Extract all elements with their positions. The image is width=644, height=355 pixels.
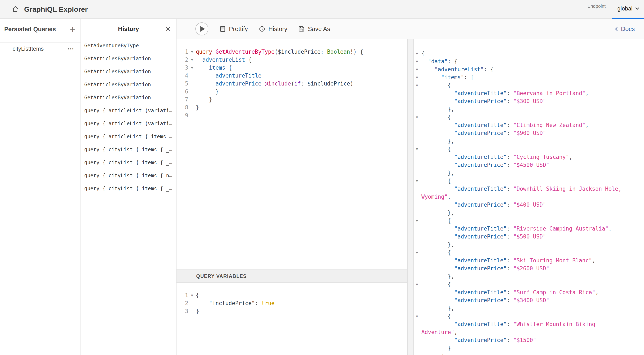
persisted-query-item[interactable]: cityListItems••• bbox=[0, 42, 80, 55]
response-line: "adventureTitle": "Beervana in Portland"… bbox=[416, 89, 632, 97]
history-item[interactable]: query { articleList (variati… bbox=[81, 104, 176, 117]
response-line: "adventurePrice": "$400 USD" bbox=[416, 201, 632, 209]
fold-arrow-icon[interactable]: ▾ bbox=[416, 73, 421, 81]
response-code: { bbox=[421, 248, 632, 256]
variables-editor[interactable]: 1▾{2 "includePrice": true3} bbox=[176, 283, 407, 355]
code-line[interactable]: adventureList { bbox=[196, 56, 252, 64]
fold-arrow-icon[interactable]: ▾ bbox=[416, 217, 421, 225]
response-code: }, bbox=[421, 240, 632, 248]
variables-line: 1▾{ bbox=[176, 291, 407, 299]
response-code: }, bbox=[421, 105, 632, 113]
history-item[interactable]: query { cityList { items { _… bbox=[81, 182, 176, 195]
fold-arrow-icon[interactable]: ▾ bbox=[188, 64, 196, 72]
code-line[interactable]: } bbox=[196, 104, 199, 112]
response-code: "adventureTitle": "Downhill Skiing in Ja… bbox=[421, 185, 632, 201]
response-code: "adventurePrice": "$900 USD" bbox=[421, 129, 632, 137]
persisted-queries-list: cityListItems••• bbox=[0, 40, 80, 55]
response-line: "adventureTitle": "Climbing New Zealand"… bbox=[416, 121, 632, 129]
execute-query-button[interactable] bbox=[196, 22, 208, 36]
save-icon bbox=[298, 26, 305, 32]
docs-button[interactable]: Docs bbox=[616, 26, 635, 32]
response-line: "adventureTitle": "Riverside Camping Aus… bbox=[416, 225, 632, 232]
save-as-label: Save As bbox=[308, 26, 330, 32]
history-item[interactable]: query { articleList (variati… bbox=[81, 117, 176, 130]
line-number: 1 bbox=[176, 291, 188, 299]
response-line: ▾{ bbox=[416, 50, 632, 58]
line-gutter: 2 bbox=[176, 299, 196, 307]
code-line[interactable] bbox=[196, 112, 199, 120]
fold-arrow-icon[interactable]: ▾ bbox=[188, 291, 196, 299]
history-button[interactable]: History bbox=[259, 26, 287, 32]
fold-arrow-icon[interactable]: ▾ bbox=[188, 48, 196, 56]
endpoint-label: Endpoint bbox=[588, 4, 606, 9]
more-options-icon[interactable]: ••• bbox=[68, 46, 74, 51]
code-line[interactable]: adventureTitle bbox=[196, 72, 262, 80]
response-code: "adventureList": { bbox=[421, 66, 632, 73]
history-item[interactable]: GetArticlesByVariation bbox=[81, 91, 176, 104]
history-item[interactable]: GetArticlesByVariation bbox=[81, 52, 176, 66]
prettify-icon bbox=[219, 26, 226, 32]
endpoint-select[interactable]: global bbox=[612, 0, 644, 19]
fold-arrow-icon[interactable]: ▾ bbox=[416, 50, 421, 58]
line-number: 9 bbox=[176, 112, 188, 120]
save-as-button[interactable]: Save As bbox=[298, 26, 330, 32]
fold-spacer bbox=[188, 307, 196, 315]
fold-arrow-icon[interactable]: ▾ bbox=[416, 145, 421, 153]
response-line: ▾ "items": [ bbox=[416, 73, 632, 81]
response-line: ▾ { bbox=[416, 312, 632, 320]
response-line: }, bbox=[416, 137, 632, 145]
fold-arrow-icon[interactable]: ▾ bbox=[416, 66, 421, 73]
query-line: 6 } bbox=[176, 88, 407, 96]
response-code: { bbox=[421, 217, 632, 225]
response-line: "adventurePrice": "$2600 USD" bbox=[416, 264, 632, 272]
query-editor[interactable]: 1▾query GetAdventureByType($includePrice… bbox=[176, 40, 407, 270]
add-persisted-query-button[interactable]: + bbox=[70, 24, 76, 34]
graphiql-explorer-app: GraphiQL Explorer Endpoint global Persis… bbox=[0, 0, 644, 355]
response-line: "adventurePrice": "$300 USD" bbox=[416, 97, 632, 105]
code-line[interactable]: adventurePrice @include(if: $includePric… bbox=[196, 80, 353, 88]
history-item[interactable]: GetAdventureByType bbox=[81, 40, 176, 52]
prettify-button[interactable]: Prettify bbox=[219, 26, 248, 32]
history-item[interactable]: query { cityList { items { n… bbox=[81, 169, 176, 182]
response-panel[interactable]: ▾{▾ "data": {▾ "adventureList": {▾ "item… bbox=[414, 40, 644, 355]
response-code: { bbox=[421, 280, 632, 288]
response-code: "adventureTitle": "Beervana in Portland"… bbox=[421, 89, 632, 97]
history-item[interactable]: query { cityList { items { _… bbox=[81, 156, 176, 169]
query-line: 5 adventurePrice @include(if: $includePr… bbox=[176, 80, 407, 88]
fold-arrow-icon[interactable]: ▾ bbox=[188, 56, 196, 64]
history-title: History bbox=[118, 26, 139, 32]
code-line[interactable]: items { bbox=[196, 64, 232, 72]
endpoint-area: Endpoint global bbox=[588, 0, 644, 19]
line-number: 1 bbox=[176, 48, 188, 56]
fold-arrow-icon[interactable]: ▾ bbox=[416, 312, 421, 320]
code-line[interactable]: } bbox=[196, 307, 199, 315]
line-number: 8 bbox=[176, 104, 188, 112]
response-code: { bbox=[421, 145, 632, 153]
history-item[interactable]: GetArticlesByVariation bbox=[81, 66, 176, 78]
home-button[interactable] bbox=[12, 5, 19, 14]
fold-arrow-icon[interactable]: ▾ bbox=[416, 113, 421, 121]
history-item[interactable]: query { articleList { items … bbox=[81, 130, 176, 143]
code-line[interactable]: query GetAdventureByType($includePrice: … bbox=[196, 48, 363, 56]
prettify-label: Prettify bbox=[229, 26, 248, 32]
response-code: "adventureTitle": "Ski Touring Mont Blan… bbox=[421, 256, 632, 264]
response-line: }, bbox=[416, 304, 632, 312]
response-code: "adventurePrice": "$500 USD" bbox=[421, 232, 632, 240]
code-line[interactable]: { bbox=[196, 291, 199, 299]
panel-resize-divider[interactable] bbox=[408, 40, 414, 355]
line-gutter: 7 bbox=[176, 96, 196, 104]
fold-arrow-icon[interactable]: ▾ bbox=[416, 177, 421, 185]
response-line: }, bbox=[416, 272, 632, 280]
code-line[interactable]: "includePrice": true bbox=[196, 299, 274, 307]
response-line: "adventurePrice": "$900 USD" bbox=[416, 129, 632, 137]
history-item[interactable]: GetArticlesByVariation bbox=[81, 78, 176, 91]
fold-arrow-icon[interactable]: ▾ bbox=[416, 280, 421, 288]
response-code: ] bbox=[421, 352, 632, 355]
code-line[interactable]: } bbox=[196, 96, 212, 104]
history-close-button[interactable]: ✕ bbox=[166, 25, 171, 33]
history-item[interactable]: query { cityList { items { _… bbox=[81, 143, 176, 156]
fold-arrow-icon[interactable]: ▾ bbox=[416, 248, 421, 256]
fold-arrow-icon[interactable]: ▾ bbox=[416, 58, 421, 66]
code-line[interactable]: } bbox=[196, 88, 219, 96]
fold-arrow-icon[interactable]: ▾ bbox=[416, 81, 421, 89]
